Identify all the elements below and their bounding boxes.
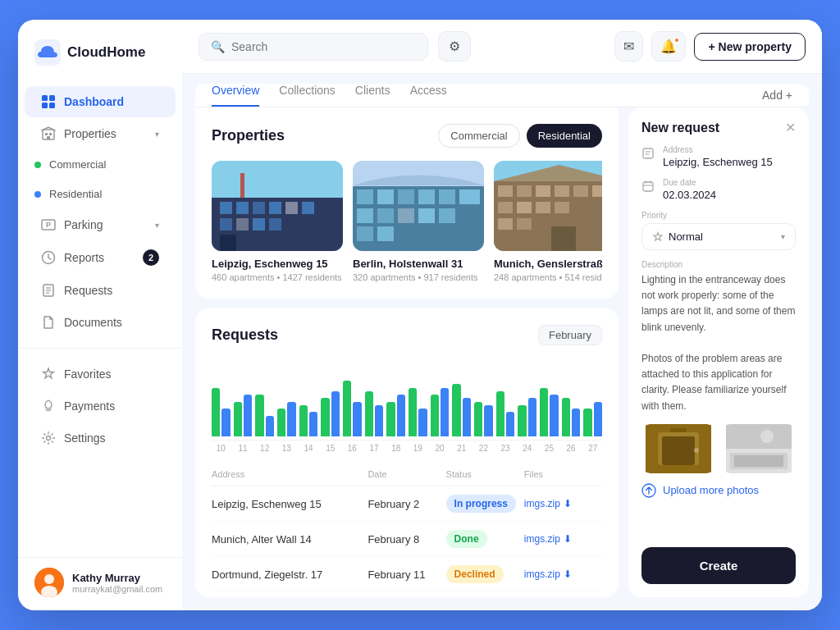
sidebar-item-properties[interactable]: Properties ▾ [25,118,176,149]
property-item[interactable]: Munich, Genslerstraße 51 248 apartments … [494,161,602,282]
bar-green [343,381,351,436]
close-button[interactable]: ✕ [785,121,796,135]
bar-green [409,388,417,437]
bar-blue [550,395,558,436]
topbar: 🔍 ⚙ ✉ 🔔 + New property [182,20,822,74]
svg-rect-29 [236,218,249,231]
bar-blue [441,388,449,437]
address-value: Leipzig, Eschenweg 15 [663,156,796,168]
messages-button[interactable]: ✉ [614,31,643,62]
upload-more-button[interactable]: Upload more photos [641,483,796,498]
bar-blue [309,412,317,436]
row-address: Munich, Alter Wall 14 [212,533,368,546]
bar-blue [266,416,274,437]
avatar [34,568,64,597]
row-date: February 11 [368,568,445,581]
sidebar-item-label: Favorites [64,368,159,381]
bar-blue [287,402,295,437]
bar-blue [375,405,383,436]
priority-field: Priority Normal ▾ [641,211,796,250]
sidebar-item-documents[interactable]: Documents [25,307,176,338]
property-item[interactable]: Berlin, Holstenwall 31 320 apartments • … [353,161,484,282]
bar-group [496,391,515,436]
tab-collections[interactable]: Collections [279,84,335,107]
notifications-button[interactable]: 🔔 [651,31,686,62]
sidebar-item-label: Documents [64,316,159,329]
filter-button[interactable]: ⚙ [438,31,471,62]
photos-row [641,424,796,473]
property-item[interactable]: Leipzig, Eschenweg 15 460 apartments • 1… [212,161,343,282]
sidebar-item-requests[interactable]: Requests [25,275,176,306]
sidebar-item-reports[interactable]: Reports 2 [25,241,176,274]
tab-access[interactable]: Access [410,84,447,107]
priority-select[interactable]: Normal ▾ [641,223,796,250]
bar-group [365,391,384,436]
row-file[interactable]: imgs.zip ⬇ [524,568,602,580]
table-row[interactable]: Munich, Alter Wall 14 February 8 Done im… [212,522,602,557]
svg-rect-44 [398,208,414,223]
svg-rect-38 [398,189,414,204]
new-property-button[interactable]: + New property [694,33,806,61]
sidebar-item-favorites[interactable]: Favorites [25,358,176,390]
sidebar-item-label: Dashboard [64,95,159,108]
sidebar-item-label: Reports [64,251,135,264]
table-row[interactable]: Leipzig, Eschenweg 15 February 2 In prog… [212,486,602,522]
month-filter[interactable]: February [538,325,602,345]
sidebar-item-commercial[interactable]: Commercial [25,150,176,179]
dot-icon [34,162,41,168]
building-svg [212,161,343,251]
bar-green [474,402,482,437]
tab-clients[interactable]: Clients [355,84,390,107]
sidebar-item-parking[interactable]: P Parking ▾ [25,209,176,240]
table-row[interactable]: Dortmund, Ziegelstr. 17 February 11 Decl… [212,557,602,592]
bar-green [583,409,591,436]
search-box[interactable]: 🔍 [199,33,428,61]
chart-label: 26 [562,444,581,453]
chart-labels: 101112131415161718192021222324252627 [212,444,602,453]
filter-residential[interactable]: Residential [527,124,602,148]
chevron-down-icon: ▾ [781,232,785,241]
row-file[interactable]: imgs.zip ⬇ [524,533,602,545]
row-file[interactable]: imgs.zip ⬇ [524,498,602,509]
chart-label: 18 [386,444,405,453]
tab-overview[interactable]: Overview [212,84,259,107]
payments-icon [41,399,56,413]
bar-green [496,391,504,436]
bar-blue [331,391,340,436]
sidebar-item-settings[interactable]: Settings [25,422,176,454]
bar-blue [244,395,252,436]
chart-label: 10 [212,444,231,453]
row-status: In progress [446,495,524,513]
chart-label: 17 [365,444,384,453]
status-badge: Declined [446,565,504,583]
filter-commercial[interactable]: Commercial [438,124,519,148]
tabs-add[interactable]: Add + [762,89,792,102]
user-profile[interactable]: Kathy Murray murraykat@gmail.com [18,557,182,597]
svg-rect-37 [377,189,394,204]
requests-icon [41,283,56,298]
building-svg [494,161,602,251]
chart-label: 12 [255,444,274,453]
property-image [212,161,343,251]
sidebar-item-dashboard[interactable]: Dashboard [25,86,176,117]
photo-2 [722,424,796,473]
svg-rect-58 [498,202,513,213]
bar-blue [418,409,427,436]
properties-title: Properties [212,127,285,144]
sidebar-item-payments[interactable]: Payments [25,390,176,422]
sidebar-item-label: Payments [64,399,159,413]
bar-group [299,405,318,436]
svg-rect-78 [726,424,792,449]
svg-point-16 [47,436,51,441]
row-address: Leipzig, Eschenweg 15 [212,498,368,510]
svg-rect-53 [517,185,532,197]
svg-rect-80 [734,455,783,467]
search-input[interactable] [231,40,416,53]
create-button[interactable]: Create [641,547,796,584]
svg-rect-60 [536,202,550,213]
property-image [353,161,484,251]
row-status: Declined [446,565,524,583]
sidebar-item-residential[interactable]: Residential [25,180,176,208]
sidebar-item-label: Requests [64,284,159,297]
svg-rect-3 [42,103,48,108]
